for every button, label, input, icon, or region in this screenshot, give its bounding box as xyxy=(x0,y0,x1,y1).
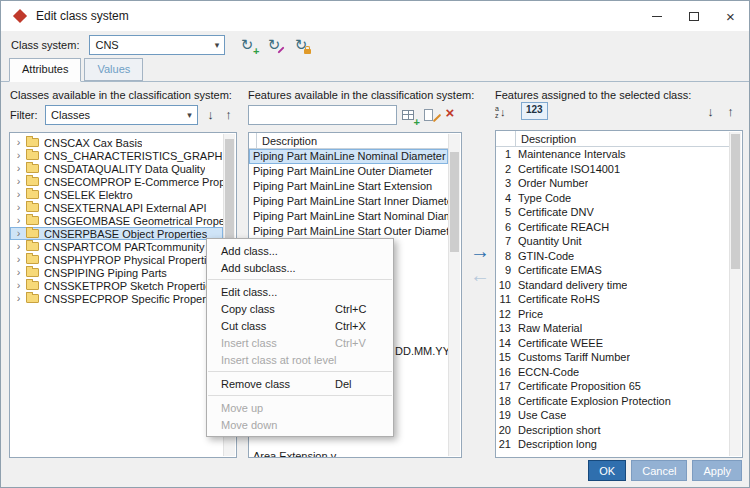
assigned-feature-row[interactable]: 18Certificate Explosion Protection xyxy=(496,394,729,409)
expand-chevron-icon[interactable]: › xyxy=(13,267,24,278)
menu-item-insert-class-at-root-level: Insert class at root level xyxy=(207,351,393,368)
expand-chevron-icon[interactable]: › xyxy=(13,228,24,239)
assigned-feature-row[interactable]: 7Quantity Unit xyxy=(496,234,729,249)
tree-item[interactable]: ›CNS_CHARACTERISTICS_GRAPH Characte... xyxy=(10,149,223,162)
filter-combobox[interactable]: Classes ▾ xyxy=(45,105,198,125)
tree-item[interactable]: ›CNSPIPING Piping Parts xyxy=(10,266,223,279)
expand-chevron-icon[interactable]: › xyxy=(13,189,24,200)
move-class-down-button[interactable]: ↓ xyxy=(203,106,218,124)
add-class-system-button[interactable]: ↻+ xyxy=(238,36,255,53)
feature-row[interactable]: Piping Part MainLine Start Extension xyxy=(249,179,448,194)
class-system-toolbar: Class system: CNS ▾ ↻+ ↻ ↻ xyxy=(1,31,749,58)
assigned-feature-row[interactable]: 1Maintenance Intervals xyxy=(496,147,729,162)
table-scrollbar[interactable] xyxy=(729,132,741,456)
assigned-feature-row[interactable]: 10Standard delivery time xyxy=(496,278,729,293)
expand-chevron-icon[interactable]: › xyxy=(13,150,24,161)
class-system-label: Class system: xyxy=(11,39,79,51)
move-feature-down-button[interactable]: ↓ xyxy=(703,103,718,121)
menu-item-cut-class[interactable]: Cut classCtrl+X xyxy=(207,317,393,334)
feature-filter-input[interactable] xyxy=(248,105,397,125)
menu-item-remove-class[interactable]: Remove classDel xyxy=(207,375,393,392)
expand-chevron-icon[interactable]: › xyxy=(13,293,24,304)
assign-feature-button[interactable]: → xyxy=(467,240,493,263)
description-column-header[interactable]: Description xyxy=(516,133,576,145)
tab-values[interactable]: Values xyxy=(84,58,143,81)
unassign-feature-button[interactable]: ← xyxy=(467,264,493,287)
expand-chevron-icon[interactable]: › xyxy=(13,254,24,265)
assigned-feature-row[interactable]: 16ECCN-Code xyxy=(496,365,729,380)
move-feature-up-button[interactable]: ↑ xyxy=(723,103,738,121)
feature-row[interactable]: Piping Part MainLine Start Outer Diamete… xyxy=(249,224,448,239)
tree-item[interactable]: ›CNSELEK Elektro xyxy=(10,188,223,201)
tree-item[interactable]: ›CNSGEOMBASE Geometrical Properties xyxy=(10,214,223,227)
assigned-feature-row[interactable]: 8GTIN-Code xyxy=(496,249,729,264)
assigned-feature-row[interactable]: 2Certificate ISO14001 xyxy=(496,162,729,177)
expand-chevron-icon[interactable]: › xyxy=(13,202,24,213)
close-button[interactable]: × xyxy=(712,1,749,31)
tree-item[interactable]: ›CNSDATAQUALITY Data Quality xyxy=(10,162,223,175)
tree-item[interactable]: ›CNSSKETPROP Sketch Properties xyxy=(10,279,223,292)
feature-row[interactable]: Piping Part MainLine Start Nominal Diame… xyxy=(249,209,448,224)
assigned-feature-row[interactable]: 17Certificate Proposition 65 xyxy=(496,379,729,394)
menu-item-add-class[interactable]: Add class... xyxy=(207,242,393,259)
add-feature-button[interactable]: + xyxy=(402,108,418,124)
assigned-feature-row[interactable]: 13Raw Material xyxy=(496,321,729,336)
tree-item[interactable]: ›CNSECOMPROP E-Commerce Properties xyxy=(10,175,223,188)
move-class-up-button[interactable]: ↑ xyxy=(221,106,236,124)
menu-item-edit-class[interactable]: Edit class... xyxy=(207,283,393,300)
list-scrollbar[interactable] xyxy=(448,134,460,456)
assigned-feature-row[interactable]: 4Type Code xyxy=(496,191,729,206)
tree-item[interactable]: ›CNSCAX Cax Basis xyxy=(10,136,223,149)
expand-chevron-icon[interactable]: › xyxy=(13,176,24,187)
assigned-feature-row[interactable]: 14Certificate WEEE xyxy=(496,336,729,351)
tree-item[interactable]: ›CNSSPECPROP Specific Properties xyxy=(10,292,223,305)
protect-class-system-button[interactable]: ↻ xyxy=(292,36,309,53)
scrollbar-thumb[interactable] xyxy=(450,152,459,252)
expand-chevron-icon[interactable]: › xyxy=(13,241,24,252)
expand-chevron-icon[interactable]: › xyxy=(13,137,24,148)
assigned-feature-row[interactable]: 11Certificate RoHS xyxy=(496,292,729,307)
minimize-button[interactable] xyxy=(638,1,675,31)
menu-item-add-subclass[interactable]: Add subclass... xyxy=(207,259,393,276)
feature-row[interactable]: Piping Part MainLine Nominal Diameter xyxy=(249,149,448,164)
tree-item[interactable]: ›CNSPHYPROP Physical Properties xyxy=(10,253,223,266)
tree-item[interactable]: ›CNSPARTCOM PARTcommunity xyxy=(10,240,223,253)
expand-chevron-icon[interactable]: › xyxy=(13,215,24,226)
folder-icon xyxy=(26,216,39,225)
delete-feature-button[interactable]: × xyxy=(442,105,458,121)
expand-chevron-icon[interactable]: › xyxy=(13,280,24,291)
feature-row[interactable]: Piping Part MainLine Start Inner Diamete… xyxy=(249,194,448,209)
assigned-feature-row[interactable]: 19Use Case xyxy=(496,408,729,423)
assigned-feature-row[interactable]: 6Certificate REACH xyxy=(496,220,729,235)
assigned-feature-row[interactable]: 5Certificate DNV xyxy=(496,205,729,220)
show-numbers-toggle[interactable]: 123 xyxy=(521,102,548,120)
assigned-feature-row[interactable]: 3Order Number xyxy=(496,176,729,191)
expand-chevron-icon[interactable]: › xyxy=(13,163,24,174)
assigned-table-header[interactable]: Description xyxy=(496,131,729,147)
maximize-button[interactable] xyxy=(675,1,712,31)
cancel-button[interactable]: Cancel xyxy=(631,460,687,481)
tree-item[interactable]: ›CNSEXTERNALAPI External API xyxy=(10,201,223,214)
feature-row[interactable]: Area Extension v xyxy=(249,449,448,457)
edit-feature-button[interactable] xyxy=(423,108,439,124)
menu-item-move-down: Move down xyxy=(207,416,393,433)
tree-item[interactable]: ›CNSERPBASE Object Properties xyxy=(10,227,223,240)
sort-alphabetical-button[interactable]: az ↓ xyxy=(495,103,505,120)
scrollbar-thumb[interactable] xyxy=(225,139,234,249)
menu-item-copy-class[interactable]: Copy classCtrl+C xyxy=(207,300,393,317)
feature-row[interactable]: Piping Part MainLine Outer Diameter xyxy=(249,164,448,179)
tab-attributes[interactable]: Attributes xyxy=(9,58,81,82)
assigned-feature-row[interactable]: 12Price xyxy=(496,307,729,322)
class-system-combobox[interactable]: CNS ▾ xyxy=(89,35,225,55)
ok-button[interactable]: OK xyxy=(588,460,626,481)
assigned-feature-row[interactable]: 15Customs Tariff Number xyxy=(496,350,729,365)
assigned-feature-row[interactable]: 21Description long xyxy=(496,437,729,452)
menu-item-shortcut: Ctrl+C xyxy=(335,303,383,315)
edit-class-system-button[interactable]: ↻ xyxy=(265,36,282,53)
assigned-feature-row[interactable]: 20Description short xyxy=(496,423,729,438)
features-assigned-table: Description 1Maintenance Intervals2Certi… xyxy=(495,130,743,458)
apply-button[interactable]: Apply xyxy=(692,460,742,481)
scrollbar-thumb[interactable] xyxy=(731,134,740,269)
assigned-feature-row[interactable]: 9Certificate EMAS xyxy=(496,263,729,278)
menu-item-label: Copy class xyxy=(221,303,335,315)
